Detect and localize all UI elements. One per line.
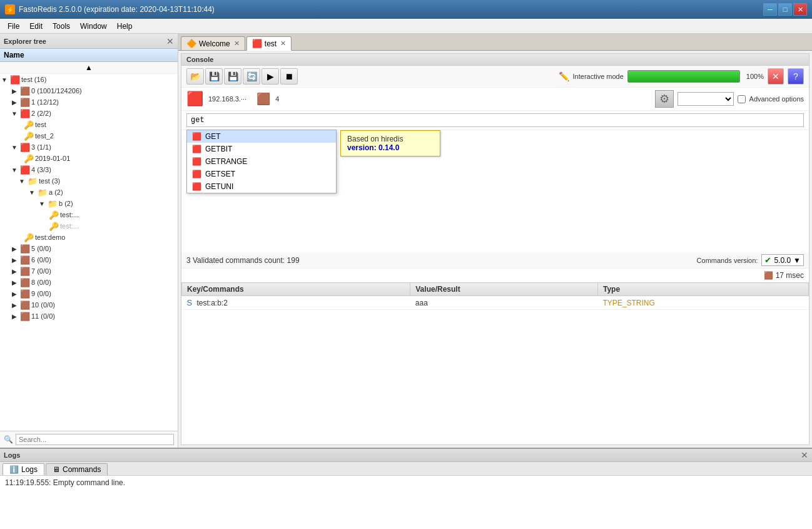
tab-test-close[interactable]: ✕ — [280, 39, 286, 48]
tree-node-key-testdemo[interactable]: 🔑 test:demo — [0, 232, 178, 243]
tree-label: 5 (0/0) — [31, 245, 51, 252]
tree-node-key-testb1[interactable]: 🔑 test:... — [0, 209, 178, 220]
autocomplete-item-getbit[interactable]: 🟥 GETBIT — [187, 143, 336, 155]
help-blue-button[interactable]: ? — [788, 68, 804, 85]
advanced-options-label[interactable]: Advanced options — [749, 95, 804, 103]
menu-file[interactable]: File — [3, 21, 24, 32]
minimize-button[interactable]: ─ — [763, 3, 777, 16]
toolbar-save-button[interactable]: 💾 — [205, 68, 223, 85]
expand-icon[interactable]: ▼ — [10, 165, 19, 174]
table-row[interactable]: S test:a:b:2 aaa TYPE_STRING — [182, 296, 809, 310]
expand-icon[interactable]: ▼ — [10, 109, 19, 118]
tree-label: 10 (0/0) — [31, 301, 55, 309]
tree-node-folder-a[interactable]: ▼ 📁 a (2) — [0, 187, 178, 198]
tree-node-db7[interactable]: ▶ 🟫 7 (0/0) — [0, 265, 178, 277]
tree-node-folder-test3[interactable]: ▼ 📁 test (3) — [0, 175, 178, 187]
content-area: 🔶 Welcome ✕ 🟥 test ✕ Console 📂 💾 💾 🔄 ▶ ⏹ — [178, 34, 812, 448]
autocomplete-item-getset[interactable]: 🟥 GETSET — [187, 168, 336, 180]
tree-node-db3[interactable]: ▼ 🟥 3 (1/1) — [0, 141, 178, 153]
toolbar-refresh-button[interactable]: 🔄 — [243, 68, 260, 85]
toolbar-saveas-button[interactable]: 💾 — [224, 68, 241, 85]
tree-node-db11[interactable]: ▶ 🟫 11 (0/0) — [0, 311, 178, 322]
console-title: Console — [181, 54, 809, 66]
tree-node-key-testb2[interactable]: 🔑 test:... — [0, 220, 178, 232]
advanced-options-checkbox[interactable] — [738, 95, 746, 103]
expand-icon[interactable]: ▶ — [10, 278, 19, 287]
tab-welcome-close[interactable]: ✕ — [234, 39, 240, 48]
tree-name-column: Name — [4, 51, 24, 59]
tree-scroll-up[interactable]: ▲ — [0, 62, 178, 74]
tree-node-db10[interactable]: ▶ 🟫 10 (0/0) — [0, 299, 178, 311]
autocomplete-icon: 🟥 — [192, 182, 201, 191]
version-dropdown[interactable]: ✔ 5.0.0 ▼ — [761, 254, 804, 266]
tree-label: 9 (0/0) — [31, 290, 51, 297]
command-input[interactable] — [186, 113, 804, 127]
tree-label: test (3) — [39, 177, 60, 185]
tree-label: test (16) — [21, 76, 46, 83]
menu-window[interactable]: Window — [75, 21, 112, 32]
search-input[interactable] — [16, 434, 174, 445]
toolbar-execute-button[interactable]: ▶ — [261, 68, 279, 85]
tree-node-db4[interactable]: ▼ 🟥 4 (3/3) — [0, 164, 178, 175]
tree-node-db0[interactable]: ▶ 🟫 0 (1001/124206) — [0, 85, 178, 96]
tab-welcome[interactable]: 🔶 Welcome ✕ — [181, 36, 245, 50]
tree-node-key-test[interactable]: 🔑 test — [0, 119, 178, 130]
expand-icon[interactable]: ▼ — [28, 188, 36, 197]
sidebar-close-button[interactable]: ✕ — [166, 36, 174, 46]
logs-tab-logs[interactable]: ℹ️ Logs — [3, 463, 44, 475]
tree-label: 2 (2/2) — [31, 110, 51, 117]
tab-bar: 🔶 Welcome ✕ 🟥 test ✕ — [178, 34, 812, 51]
advanced-dropdown[interactable] — [678, 92, 734, 106]
tree-node-db9[interactable]: ▶ 🟫 9 (0/0) — [0, 288, 178, 299]
toolbar-open-button[interactable]: 📂 — [186, 68, 204, 85]
menu-tools[interactable]: Tools — [48, 21, 75, 32]
search-icon: 🔍 — [4, 435, 13, 444]
tree-label: 1 (12/12) — [31, 98, 59, 106]
expand-icon[interactable]: ▶ — [10, 267, 19, 275]
expand-icon[interactable]: ▶ — [10, 312, 19, 321]
tree-node-key-date[interactable]: 🔑 2019-01-01 — [0, 153, 178, 164]
title-bar-text: FastoRedis 2.5.0.0 (expiration date: 202… — [19, 5, 215, 14]
tree-node-db6[interactable]: ▶ 🟫 6 (0/0) — [0, 254, 178, 265]
tree-node-folder-b[interactable]: ▼ 📁 b (2) — [0, 198, 178, 209]
tree-node-test-root[interactable]: ▼ 🟥 test (16) — [0, 74, 178, 85]
expand-icon[interactable]: ▶ — [10, 86, 19, 95]
tree-node-db8[interactable]: ▶ 🟫 8 (0/0) — [0, 277, 178, 288]
logs-close-button[interactable]: ✕ — [801, 450, 808, 460]
tree-node-key-test2[interactable]: 🔑 test_2 — [0, 130, 178, 141]
autocomplete-item-get[interactable]: 🟥 GET — [187, 130, 336, 143]
advanced-settings-icon[interactable]: ⚙ — [655, 90, 674, 108]
toolbar-stop-button[interactable]: ⏹ — [280, 68, 298, 85]
col-header-value: Value/Result — [410, 283, 598, 296]
key-type-icon: S — [187, 298, 193, 307]
expand-icon[interactable]: ▶ — [10, 255, 19, 264]
tree-node-db1[interactable]: ▶ 🟫 1 (12/12) — [0, 96, 178, 108]
console-panel: Console 📂 💾 💾 🔄 ▶ ⏹ ✏️ Interactive mode … — [181, 53, 809, 445]
tree-area[interactable]: ▼ 🟥 test (16) ▶ 🟫 0 (1001/124206) ▶ 🟫 1 … — [0, 74, 178, 431]
expand-icon[interactable]: ▼ — [10, 143, 19, 152]
expand-icon[interactable]: ▶ — [10, 98, 19, 106]
expand-icon[interactable]: ▶ — [10, 244, 19, 253]
expand-icon[interactable]: ▼ — [38, 199, 46, 208]
sidebar-title: Explorer tree — [4, 38, 46, 45]
stop-red-button[interactable]: ✕ — [768, 68, 784, 85]
tree-node-db5[interactable]: ▶ 🟫 5 (0/0) — [0, 243, 178, 254]
expand-icon[interactable]: ▶ — [10, 289, 19, 298]
menu-edit[interactable]: Edit — [24, 21, 48, 32]
tree-node-db2[interactable]: ▼ 🟥 2 (2/2) — [0, 108, 178, 119]
close-button[interactable]: ✕ — [793, 3, 807, 16]
autocomplete-label: GET — [205, 132, 221, 141]
maximize-button[interactable]: □ — [778, 3, 792, 16]
autocomplete-item-getuni[interactable]: 🟥 GETUNI — [187, 180, 336, 193]
expand-icon[interactable]: ▼ — [18, 177, 26, 185]
menu-help[interactable]: Help — [112, 21, 138, 32]
expand-icon[interactable]: ▼ — [0, 75, 9, 84]
tab-test[interactable]: 🟥 test ✕ — [246, 36, 292, 51]
tree-label: 0 (1001/124206) — [31, 87, 82, 95]
folder-icon: 📁 — [28, 176, 38, 186]
db-icon: 🟫 — [20, 311, 30, 321]
expand-icon[interactable]: ▶ — [10, 300, 19, 309]
autocomplete-item-getrange[interactable]: 🟥 GETRANGE — [187, 155, 336, 168]
connection-row: 🟥 192.168.3.··· 🟫 4 ⚙ Advanced options — [181, 88, 809, 111]
logs-tab-commands[interactable]: 🖥 Commands — [46, 463, 108, 475]
